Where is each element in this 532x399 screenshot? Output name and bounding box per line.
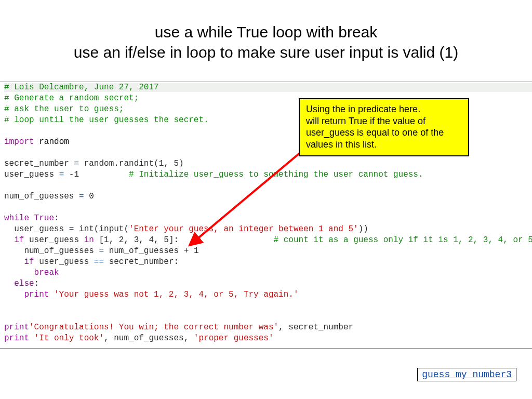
slide-title: use a while True loop with break use an … <box>0 22 532 62</box>
filename-link-box: guess_my_number3 <box>417 368 516 381</box>
title-line-1: use a while True loop with break <box>155 23 378 41</box>
title-line-2: use an if/else in loop to make sure user… <box>74 44 458 61</box>
filename-link[interactable]: guess_my_number3 <box>422 369 512 380</box>
annotation-callout: Using the in predicate here. will return… <box>299 98 469 156</box>
